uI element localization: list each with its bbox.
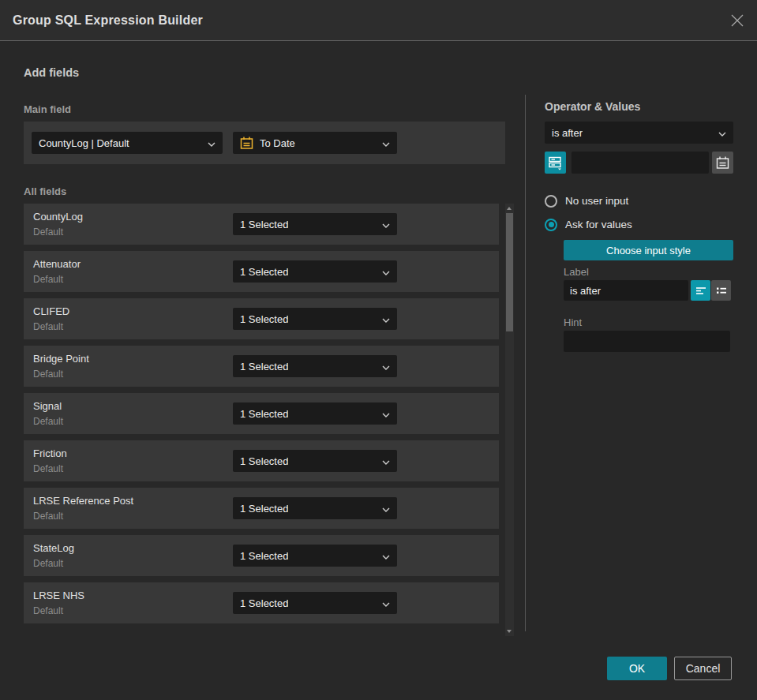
field-row: Signal Default 1 Selected [24, 393, 499, 434]
align-left-icon [694, 283, 708, 298]
radio-label: No user input [565, 195, 628, 207]
main-field-date-value: To Date [260, 137, 295, 149]
field-subtitle: Default [33, 463, 63, 474]
label-input[interactable] [564, 280, 688, 301]
fields-list-scrollbar[interactable] [505, 204, 514, 636]
chevron-down-icon [718, 127, 726, 139]
field-selection-value: 1 Selected [240, 455, 288, 467]
chevron-down-icon [382, 361, 390, 372]
field-name: StateLog [33, 542, 74, 554]
field-name: CLIFED [33, 305, 69, 317]
field-row: Bridge Point Default 1 Selected [24, 346, 499, 387]
list-style-toggle[interactable] [711, 280, 731, 301]
hint-input[interactable] [564, 331, 730, 352]
main-field-heading: Main field [24, 103, 71, 115]
calendar-icon [716, 156, 729, 170]
field-name: Bridge Point [33, 353, 89, 365]
operator-select[interactable]: is after [545, 122, 733, 144]
field-selection-select[interactable]: 1 Selected [233, 592, 397, 614]
label-caption: Label [564, 266, 589, 278]
field-row: StateLog Default 1 Selected [24, 535, 499, 576]
operator-values-heading: Operator & Values [545, 100, 640, 113]
chevron-down-icon [208, 137, 215, 149]
field-selection-select[interactable]: 1 Selected [233, 355, 397, 377]
field-subtitle: Default [33, 605, 63, 616]
field-selection-value: 1 Selected [240, 550, 288, 562]
field-name: LRSE NHS [33, 590, 84, 601]
single-line-style-toggle[interactable] [691, 280, 710, 301]
radio-label: Ask for values [565, 219, 632, 230]
dialog-header: Group SQL Expression Builder [0, 0, 757, 41]
field-selection-select[interactable]: 1 Selected [233, 450, 397, 472]
chevron-down-icon [382, 550, 390, 562]
field-name: Signal [33, 400, 62, 412]
radio-no-user-input[interactable]: No user input [545, 194, 628, 208]
field-row: LRSE NHS Default 1 Selected [24, 582, 499, 623]
chevron-down-icon [382, 408, 390, 420]
field-subtitle: Default [33, 558, 63, 569]
field-subtitle: Default [33, 416, 63, 427]
main-field-panel: CountyLog | Default To Date [24, 122, 505, 164]
all-fields-heading: All fields [24, 185, 66, 197]
field-selection-select[interactable]: 1 Selected [233, 308, 397, 330]
field-selection-select[interactable]: 1 Selected [233, 260, 397, 283]
close-icon[interactable] [729, 12, 746, 29]
field-selection-value: 1 Selected [240, 361, 288, 372]
all-fields-list: CountyLog Default 1 Selected Attenuator … [24, 204, 499, 630]
field-selection-select[interactable]: 1 Selected [233, 497, 397, 519]
chevron-down-icon [382, 597, 390, 609]
field-selection-value: 1 Selected [240, 266, 288, 278]
chevron-down-icon [382, 313, 390, 325]
calendar-picker-button[interactable] [712, 152, 733, 174]
field-selection-select[interactable]: 1 Selected [233, 213, 397, 235]
field-subtitle: Default [33, 511, 63, 522]
radio-ask-for-values[interactable]: Ask for values [545, 218, 632, 231]
chevron-down-icon [382, 503, 390, 515]
field-subtitle: Default [33, 226, 63, 238]
field-row: CountyLog Default 1 Selected [24, 204, 499, 245]
chevron-down-icon [382, 266, 390, 278]
field-subtitle: Default [33, 369, 63, 380]
cancel-button[interactable]: Cancel [674, 657, 732, 680]
main-field-select-value: CountyLog | Default [39, 137, 129, 149]
scroll-up-icon[interactable] [507, 207, 512, 210]
main-field-select[interactable]: CountyLog | Default [32, 132, 223, 154]
field-selection-value: 1 Selected [240, 503, 288, 515]
radio-circle-icon [545, 219, 557, 231]
chevron-down-icon [382, 455, 390, 467]
chevron-down-icon [382, 137, 390, 149]
dialog-title: Group SQL Expression Builder [13, 0, 203, 41]
field-selection-value: 1 Selected [240, 313, 288, 325]
field-name: Friction [33, 447, 67, 459]
operator-value-input[interactable] [571, 152, 709, 174]
field-selection-select[interactable]: 1 Selected [233, 402, 397, 425]
field-name: LRSE Reference Post [33, 495, 133, 507]
operator-select-value: is after [552, 127, 583, 139]
field-subtitle: Default [33, 274, 63, 285]
field-name: CountyLog [33, 211, 83, 223]
bulleted-list-icon [714, 283, 729, 298]
chevron-down-icon [382, 219, 390, 230]
field-row: Attenuator Default 1 Selected [24, 251, 499, 292]
radio-circle-icon [545, 195, 557, 208]
field-selection-select[interactable]: 1 Selected [233, 545, 397, 567]
field-row: Friction Default 1 Selected [24, 440, 499, 481]
field-type-button[interactable] [545, 152, 566, 174]
hint-caption: Hint [564, 316, 582, 328]
field-subtitle: Default [33, 321, 63, 332]
main-field-value-select[interactable]: To Date [233, 132, 397, 154]
add-fields-heading: Add fields [24, 66, 79, 79]
vertical-divider [525, 95, 526, 631]
field-name: Attenuator [33, 258, 81, 270]
field-selection-value: 1 Selected [240, 597, 288, 609]
group-sql-expression-builder-dialog: Group SQL Expression Builder Add fields … [0, 0, 757, 700]
field-row: LRSE Reference Post Default 1 Selected [24, 488, 499, 529]
calendar-icon [240, 137, 253, 150]
scroll-down-icon[interactable] [507, 630, 512, 633]
stacked-fields-icon [548, 155, 563, 170]
field-selection-value: 1 Selected [240, 219, 288, 230]
field-row: CLIFED Default 1 Selected [24, 298, 499, 339]
scrollbar-thumb[interactable] [506, 213, 513, 331]
ok-button[interactable]: OK [607, 657, 667, 680]
choose-input-style-button[interactable]: Choose input style [564, 240, 733, 260]
